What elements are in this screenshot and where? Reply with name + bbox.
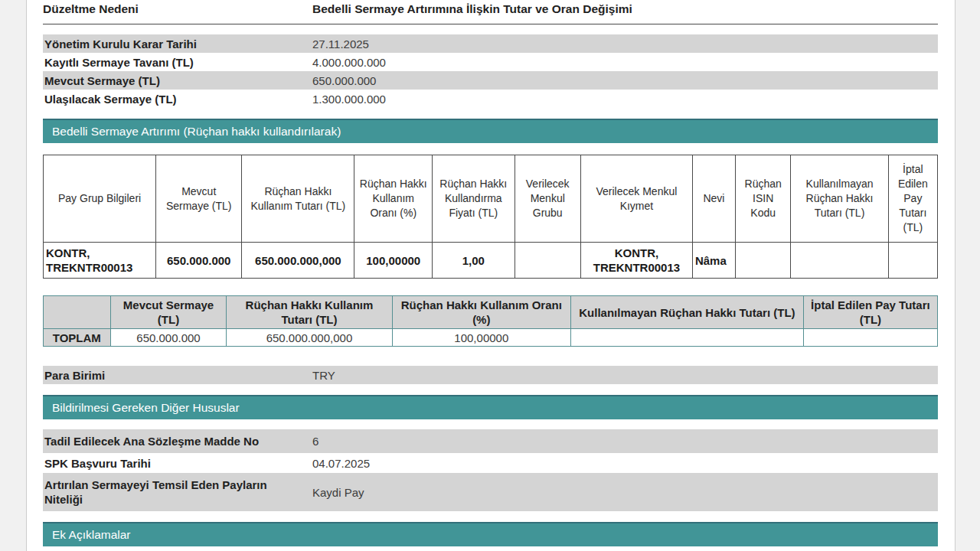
cell-isin-kodu	[735, 243, 790, 279]
correction-reason-value: Bedelli Sermaye Artırımına İlişkin Tutar…	[312, 2, 938, 16]
currency-label: Para Birimi	[43, 367, 312, 384]
disclosure-panel: Düzeltme Nedeni Bedelli Sermaye Artırımı…	[26, 0, 956, 551]
totals-col-kullanim-tutari: Rüçhan Hakkı Kullanım Tutarı (TL)	[227, 296, 392, 329]
row-share-nature: Artırılan Sermayeyi Temsil Eden Payların…	[43, 473, 938, 511]
row-amended-article: Tadil Edilecek Ana Sözleşme Madde No 6	[43, 429, 938, 453]
amended-article-value: 6	[312, 434, 938, 448]
currency-value: TRY	[312, 368, 938, 383]
capital-table-header-row: Pay Grup Bilgileri Mevcut Sermaye (TL) R…	[44, 155, 938, 243]
capital-table-data-row: KONTR, TREKNTR00013 650.000.000 650.000.…	[44, 243, 938, 279]
col-ruchan-kullanim-orani: Rüçhan Hakkı Kullanım Oranı (%)	[354, 155, 433, 243]
totals-row-label: TOPLAM	[44, 329, 111, 347]
totals-col-kullanim-orani: Rüçhan Hakkı Kullanım Oranı (%)	[392, 296, 571, 329]
current-capital-value: 650.000.000	[312, 73, 938, 88]
col-iptal-edilen-pay: İptal Edilen Pay Tutarı (TL)	[888, 155, 937, 243]
col-ruchan-kullanim-tutari: Rüçhan Hakkı Kullanım Tutarı (TL)	[242, 155, 354, 243]
totals-kullanim-orani: 100,00000	[392, 329, 571, 347]
col-pay-grup-bilgileri: Pay Grup Bilgileri	[44, 155, 156, 243]
other-matters-rows: Tadil Edilecek Ana Sözleşme Madde No 6 S…	[43, 429, 938, 511]
totals-table: Mevcut Sermaye (TL) Rüçhan Hakkı Kullanı…	[43, 295, 938, 347]
col-mevcut-sermaye: Mevcut Sermaye (TL)	[156, 155, 242, 243]
cell-pay-grup: KONTR, TREKNTR00013	[44, 243, 156, 279]
board-decision-date-value: 27.11.2025	[312, 37, 938, 51]
share-nature-label: Artırılan Sermayeyi Temsil Eden Payların…	[43, 476, 312, 508]
totals-data-row: TOPLAM 650.000.000 650.000.000,000 100,0…	[44, 329, 938, 347]
target-capital-label: Ulaşılacak Sermaye (TL)	[43, 90, 312, 108]
cell-mevcut-sermaye: 650.000.000	[156, 243, 242, 279]
amended-article-label: Tadil Edilecek Ana Sözleşme Madde No	[43, 432, 312, 450]
totals-table-wrap: Mevcut Sermaye (TL) Rüçhan Hakkı Kullanı…	[43, 295, 938, 347]
col-verilecek-menkul-kiymet: Verilecek Menkul Kıymet	[580, 155, 692, 243]
spk-application-date-label: SPK Başvuru Tarihi	[43, 455, 312, 472]
cell-nevi: Nâma	[692, 243, 735, 279]
current-capital-label: Mevcut Sermaye (TL)	[43, 72, 312, 90]
cell-kullanilmayan	[791, 243, 888, 279]
section-header-additional-notes: Ek Açıklamalar	[43, 522, 938, 546]
col-verilecek-menkul-grubu: Verilecek Menkul Grubu	[514, 155, 580, 243]
row-board-decision-date: Yönetim Kurulu Karar Tarihi 27.11.2025	[43, 34, 938, 53]
board-decision-date-label: Yönetim Kurulu Karar Tarihi	[43, 35, 312, 53]
correction-reason-label: Düzeltme Nedeni	[43, 2, 312, 16]
currency-block: Para Birimi TRY	[43, 366, 938, 384]
col-kullanilmayan-ruchan: Kullanılmayan Rüçhan Hakkı Tutarı (TL)	[791, 155, 888, 243]
registered-capital-ceiling-value: 4.000.000.000	[312, 55, 938, 70]
totals-kullanim-tutari: 650.000.000,000	[227, 329, 392, 347]
totals-mevcut-sermaye: 650.000.000	[110, 329, 227, 347]
cell-kullandirma-fiyati: 1,00	[433, 243, 514, 279]
cell-menkul-kiymet: KONTR, TREKNTR00013	[580, 243, 692, 279]
cell-kullanim-tutari: 650.000.000,000	[242, 243, 354, 279]
totals-iptal	[803, 329, 937, 347]
cell-kullanim-orani: 100,00000	[354, 243, 433, 279]
capital-increase-table-wrap: Pay Grup Bilgileri Mevcut Sermaye (TL) R…	[43, 155, 938, 279]
correction-reason-row: Düzeltme Nedeni Bedelli Sermaye Artırımı…	[43, 0, 938, 24]
totals-col-mevcut-sermaye: Mevcut Sermaye (TL)	[110, 296, 227, 329]
col-ruchan-kullandirma-fiyati: Rüçhan Hakkı Kullandırma Fiyatı (TL)	[433, 155, 514, 243]
totals-kullanilmayan	[571, 329, 804, 347]
totals-col-empty	[44, 296, 111, 329]
target-capital-value: 1.300.000.000	[312, 92, 938, 106]
row-target-capital: Ulaşılacak Sermaye (TL) 1.300.000.000	[43, 90, 938, 108]
spk-application-date-value: 04.07.2025	[312, 456, 938, 471]
totals-col-kullanilmayan: Kullanılmayan Rüçhan Hakkı Tutarı (TL)	[571, 296, 804, 329]
col-ruchan-isin-kodu: Rüçhan ISIN Kodu	[735, 155, 790, 243]
row-spk-application-date: SPK Başvuru Tarihi 04.07.2025	[43, 453, 938, 473]
registered-capital-ceiling-label: Kayıtlı Sermaye Tavanı (TL)	[43, 54, 312, 71]
section-header-other-matters: Bildirilmesi Gereken Diğer Hususlar	[43, 395, 938, 419]
col-nevi: Nevi	[692, 155, 735, 243]
cell-menkul-grubu	[514, 243, 580, 279]
cell-iptal	[888, 243, 937, 279]
row-currency: Para Birimi TRY	[43, 366, 938, 384]
section-header-capital-increase: Bedelli Sermaye Artırımı (Rüçhan hakkı k…	[43, 119, 938, 143]
capital-summary-rows: Yönetim Kurulu Karar Tarihi 27.11.2025 K…	[43, 34, 938, 108]
share-nature-value: Kaydi Pay	[312, 485, 938, 500]
capital-increase-table: Pay Grup Bilgileri Mevcut Sermaye (TL) R…	[43, 155, 938, 279]
row-current-capital: Mevcut Sermaye (TL) 650.000.000	[43, 71, 938, 90]
totals-header-row: Mevcut Sermaye (TL) Rüçhan Hakkı Kullanı…	[44, 296, 938, 329]
totals-col-iptal: İptal Edilen Pay Tutarı (TL)	[803, 296, 937, 329]
row-registered-capital-ceiling: Kayıtlı Sermaye Tavanı (TL) 4.000.000.00…	[43, 53, 938, 71]
